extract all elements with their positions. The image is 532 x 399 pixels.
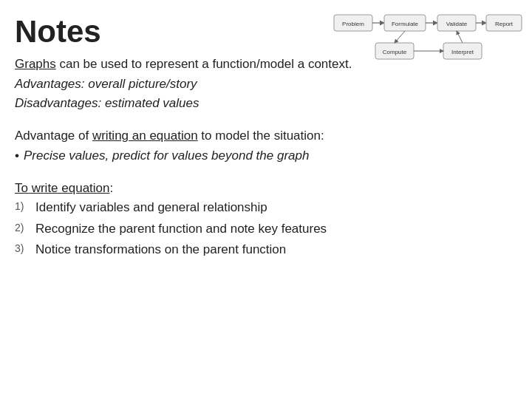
step-number-3: 3) [15, 240, 35, 257]
bullet-dot: • [15, 146, 19, 166]
step-item-1: 1) Identify variables and general relati… [15, 198, 510, 217]
write-equation-colon: : [110, 181, 114, 195]
step-text-1: Identify variables and general relations… [35, 198, 267, 217]
write-equation-underlined: To write equation [15, 181, 110, 195]
step-text-3: Notice transformations on the parent fun… [35, 240, 286, 259]
svg-line-13 [395, 31, 405, 43]
svg-text:Report: Report [495, 21, 514, 27]
bullet-text: Precise values, predict for values beyon… [24, 146, 310, 166]
modeling-cycle-diagram: Problem Formulate Validate Report Comput… [332, 7, 525, 66]
disadvantages-line: Disadvantages: estimated values [15, 94, 510, 113]
graphs-underlined: Graphs [15, 57, 56, 71]
svg-text:Compute: Compute [383, 49, 407, 55]
step-item-2: 2) Recognize the parent function and not… [15, 219, 510, 239]
svg-line-17 [457, 31, 463, 43]
equation-suffix: to model the situation: [198, 129, 324, 143]
step-item-3: 3) Notice transformations on the parent … [15, 240, 510, 259]
step-number-2: 2) [15, 219, 35, 236]
write-equation-heading: To write equation: [15, 179, 510, 198]
bullet-item-precise: • Precise values, predict for values bey… [15, 146, 510, 166]
svg-text:Validate: Validate [446, 21, 468, 27]
step-number-1: 1) [15, 198, 35, 215]
svg-text:Problem: Problem [342, 21, 364, 27]
step-text-2: Recognize the parent function and note k… [35, 219, 327, 239]
equation-line1: Advantage of writing an equation to mode… [15, 126, 510, 146]
svg-text:Formulate: Formulate [392, 21, 419, 27]
page-container: Problem Formulate Validate Report Comput… [0, 0, 532, 399]
content-area: Graphs can be used to represent a functi… [15, 55, 510, 259]
equation-prefix: Advantage of [15, 129, 92, 143]
section-write-equation: To write equation: 1) Identify variables… [15, 179, 510, 259]
advantages-line: Advantages: overall picture/story [15, 75, 510, 94]
equation-underlined: writing an equation [92, 129, 198, 143]
steps-list: 1) Identify variables and general relati… [15, 198, 510, 259]
graphs-line1-suffix: can be used to represent a function/mode… [56, 57, 352, 71]
diagram-container: Problem Formulate Validate Report Comput… [332, 7, 525, 66]
section-equation: Advantage of writing an equation to mode… [15, 126, 510, 166]
svg-text:Interpret: Interpret [451, 49, 474, 55]
